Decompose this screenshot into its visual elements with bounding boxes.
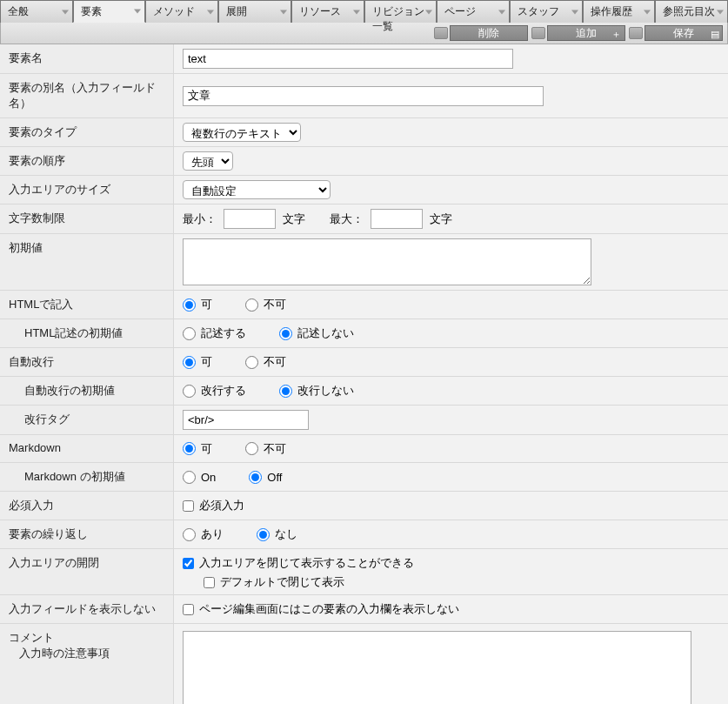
delete-toggle[interactable]: [434, 27, 448, 39]
label-input-size: 入力エリアのサイズ: [0, 176, 174, 204]
element-type-select[interactable]: 複数行のテキスト: [183, 123, 301, 142]
autobr-nobreak-label: 改行しない: [297, 383, 354, 399]
html-yes-label: 可: [201, 297, 212, 312]
autobr-nobreak-radio[interactable]: [279, 385, 292, 398]
label-char-limit: 文字数制限: [0, 204, 174, 233]
label-br-tag: 改行タグ: [0, 406, 174, 434]
max-chars-input[interactable]: [371, 209, 423, 229]
hide-field-checkbox[interactable]: [183, 604, 194, 615]
label-element-order: 要素の順序: [0, 147, 174, 175]
repeat-no-label: なし: [275, 526, 297, 542]
autobr-no-label: 不可: [264, 354, 286, 370]
tab-history[interactable]: 操作履歴: [583, 0, 656, 23]
chars-unit-min: 文字: [283, 211, 305, 227]
autobr-yes-radio[interactable]: [183, 356, 196, 369]
collapsible-default-checkbox[interactable]: [204, 577, 215, 588]
default-value-textarea[interactable]: [183, 238, 591, 285]
tab-references[interactable]: 参照元目次: [655, 0, 728, 23]
delete-button[interactable]: 削除: [450, 25, 528, 41]
label-required: 必須入力: [0, 492, 174, 520]
markdown-no-label: 不可: [264, 441, 286, 457]
markdown-on-label: On: [201, 471, 216, 484]
hide-field-cb-label: ページ編集画面にはこの要素の入力欄を表示しない: [199, 601, 459, 617]
save-toggle[interactable]: [629, 27, 643, 39]
html-no-label: 不可: [264, 297, 286, 312]
save-button[interactable]: 保存▤: [645, 25, 723, 41]
element-order-select[interactable]: 先頭: [183, 151, 233, 171]
min-chars-input[interactable]: [224, 209, 276, 229]
collapsible-sub-label: デフォルトで閉じて表示: [220, 574, 344, 590]
autobr-yes-label: 可: [201, 354, 212, 370]
repeat-yes-label: あり: [201, 526, 224, 542]
label-markdown-default: Markdown の初期値: [0, 463, 174, 491]
plus-icon: ＋: [611, 27, 621, 41]
action-bar: 削除 追加＋ 保存▤: [0, 23, 728, 44]
autobr-no-radio[interactable]: [245, 356, 258, 369]
input-size-select[interactable]: 自動設定: [183, 180, 331, 199]
autobr-break-label: 改行する: [201, 383, 246, 399]
add-toggle[interactable]: [531, 27, 545, 39]
collapsible-cb-label: 入力エリアを閉じて表示することができる: [199, 555, 414, 571]
document-icon: ▤: [711, 27, 719, 41]
collapsible-checkbox[interactable]: [183, 558, 194, 569]
label-markdown: Markdown: [0, 435, 174, 462]
label-element-alias: 要素の別名（入力フィールド名）: [0, 74, 174, 117]
br-tag-input[interactable]: [183, 410, 309, 430]
tab-deploy[interactable]: 展開: [218, 0, 291, 23]
element-alias-input[interactable]: [183, 86, 544, 106]
tab-revisions[interactable]: リビジョン一覧: [364, 0, 437, 23]
tab-staff[interactable]: スタッフ: [510, 0, 583, 23]
label-auto-br-default: 自動改行の初期値: [0, 377, 174, 405]
label-collapsible: 入力エリアの開閉: [0, 549, 174, 594]
html-nowrite-radio[interactable]: [279, 327, 292, 340]
repeat-yes-radio[interactable]: [183, 528, 196, 541]
autobr-break-radio[interactable]: [183, 385, 196, 398]
tab-bar: 全般 要素 メソッド 展開 リソース リビジョン一覧 ページ スタッフ 操作履歴…: [0, 0, 728, 23]
label-html-default: HTML記述の初期値: [0, 319, 174, 347]
chars-unit-max: 文字: [430, 211, 452, 227]
max-label: 最大：: [330, 211, 364, 227]
markdown-no-radio[interactable]: [245, 442, 258, 455]
markdown-yes-label: 可: [201, 441, 212, 457]
html-nowrite-label: 記述しない: [297, 325, 354, 341]
markdown-off-label: Off: [267, 471, 282, 484]
label-html-input: HTMLで記入: [0, 291, 174, 318]
label-element-name: 要素名: [0, 44, 174, 73]
required-checkbox[interactable]: [183, 500, 194, 512]
html-no-radio[interactable]: [245, 298, 258, 312]
label-default-value: 初期値: [0, 234, 174, 290]
tab-method[interactable]: メソッド: [145, 0, 218, 23]
tab-general[interactable]: 全般: [0, 0, 73, 23]
element-name-input[interactable]: [183, 49, 513, 69]
markdown-on-radio[interactable]: [183, 471, 196, 484]
label-repeat: 要素の繰り返し: [0, 520, 174, 548]
tab-page[interactable]: ページ: [437, 0, 510, 23]
required-cb-label: 必須入力: [199, 498, 244, 513]
label-hide-field: 入力フィールドを表示しない: [0, 595, 174, 623]
repeat-no-radio[interactable]: [257, 528, 270, 541]
tab-resource[interactable]: リソース: [291, 0, 364, 23]
min-label: 最小：: [183, 211, 217, 227]
add-button[interactable]: 追加＋: [547, 25, 625, 41]
html-write-label: 記述する: [201, 325, 246, 341]
markdown-yes-radio[interactable]: [183, 442, 196, 455]
label-auto-br: 自動改行: [0, 348, 174, 376]
label-element-type: 要素のタイプ: [0, 118, 174, 146]
comment-textarea[interactable]: [183, 631, 691, 705]
label-comment: コメント 入力時の注意事項: [0, 624, 174, 704]
html-yes-radio[interactable]: [183, 298, 196, 312]
tab-elements[interactable]: 要素: [73, 0, 146, 23]
markdown-off-radio[interactable]: [249, 471, 262, 484]
html-write-radio[interactable]: [183, 327, 196, 340]
